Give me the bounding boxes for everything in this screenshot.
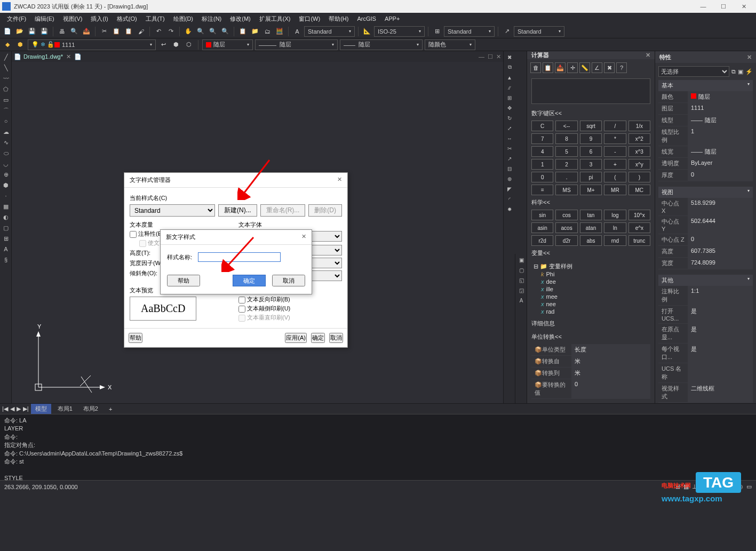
dimstyle-icon[interactable]: 📐 (362, 26, 372, 37)
ellipse-icon[interactable]: ⬭ (1, 148, 11, 158)
model-icon[interactable]: ▭ (746, 483, 752, 490)
var-item[interactable]: xdee (531, 278, 650, 285)
menu-view[interactable]: 视图(V) (59, 14, 86, 24)
calc-key-abs[interactable]: abs (580, 235, 602, 246)
line-icon[interactable]: ╱ (1, 52, 11, 62)
calc-key-MR[interactable]: MR (604, 185, 626, 195)
dlg1-cancel-button[interactable]: 取消 (329, 333, 343, 343)
move-obj-icon[interactable]: ✥ (505, 103, 514, 113)
calc-key-sqrt[interactable]: sqrt (580, 121, 602, 131)
calc-key-atan[interactable]: atan (580, 222, 602, 233)
explode-icon[interactable]: ✸ (505, 204, 514, 214)
backwards-check[interactable] (238, 297, 245, 304)
doc-max-icon[interactable]: ☐ (488, 53, 493, 60)
insert-icon[interactable]: ⊕ (1, 170, 11, 179)
tp-icon[interactable]: 🗂 (262, 26, 273, 37)
copy-icon[interactable]: 📋 (111, 26, 122, 37)
annotative-check[interactable] (130, 231, 137, 238)
numpad-header[interactable]: 数字键区<< (531, 109, 650, 117)
menu-format[interactable]: 格式(O) (113, 14, 141, 24)
textstyle-icon[interactable]: A (292, 26, 303, 37)
region-icon[interactable]: ▢ (1, 223, 11, 233)
tab-model[interactable]: 模型 (31, 404, 51, 414)
block-icon[interactable]: ⬢ (1, 180, 11, 190)
tab-new-icon[interactable]: 📄 (74, 53, 82, 60)
calc-key-8[interactable]: 8 (555, 133, 577, 144)
publish-icon[interactable]: 📤 (81, 26, 92, 37)
calc-key-acos[interactable]: acos (555, 222, 577, 233)
ellipsearc-icon[interactable]: ◡ (1, 159, 11, 169)
menu-tools[interactable]: 工具(T) (142, 14, 169, 24)
zoom-rt-icon[interactable]: 🔍 (195, 26, 206, 37)
tab-add[interactable]: + (105, 405, 116, 413)
calc-key-=[interactable]: = (531, 185, 553, 195)
tablestyle-drop[interactable]: Standard▾ (444, 26, 495, 37)
doc-tab-active[interactable]: Drawing1.dwg* (23, 53, 63, 60)
calc-key-2[interactable]: 2 (555, 159, 577, 170)
doc-close-icon[interactable]: ✕ (496, 53, 501, 60)
menu-insert[interactable]: 插入(I) (87, 14, 112, 24)
preview-icon[interactable]: 🔍 (69, 26, 79, 37)
break-icon[interactable]: ⊟ (505, 164, 514, 173)
offset-icon[interactable]: ⫽ (505, 83, 514, 92)
layer-drop[interactable]: 💡❄🔓 1111▾ (28, 39, 156, 50)
menu-arcgis[interactable]: ArcGIS (353, 14, 379, 23)
var-item[interactable]: kPhi (531, 270, 650, 278)
copy-obj-icon[interactable]: ⧉ (505, 62, 514, 72)
table-icon[interactable]: ⊞ (1, 234, 11, 243)
dlg2-close-icon[interactable]: ✕ (301, 233, 306, 241)
upside-check[interactable] (238, 306, 245, 313)
calc-key-d2r[interactable]: d2r (555, 235, 577, 246)
dlg1-close-icon[interactable]: ✕ (337, 176, 342, 184)
rect-icon[interactable]: ▭ (1, 95, 11, 105)
calc-key-C[interactable]: C (531, 121, 553, 131)
zoom-win-icon[interactable]: 🔍 (220, 26, 230, 37)
zoom-prev-icon[interactable]: 🔍 (208, 26, 218, 37)
prop-close-icon[interactable]: ✕ (747, 54, 752, 61)
back-icon[interactable]: ▢ (516, 265, 526, 275)
calc-getang-icon[interactable]: ∠ (592, 62, 602, 73)
tab-prev-icon[interactable]: ◀ (10, 405, 14, 412)
mleader-icon[interactable]: ↗ (502, 26, 512, 37)
dlg1-ok-button[interactable]: 确定 (311, 333, 325, 343)
command-line[interactable]: 命令: LA LAYER 命令: 指定对角点: 命令: C:\Users\adm… (0, 414, 756, 480)
calc-help-icon[interactable]: ? (616, 62, 627, 73)
pick-add-icon[interactable]: ⧉ (731, 68, 736, 75)
calc-key-x^y[interactable]: x^y (628, 159, 650, 170)
current-style-select[interactable]: Standard (130, 204, 215, 217)
menu-draw[interactable]: 绘图(D) (170, 14, 197, 24)
new-icon[interactable]: 📄 (2, 26, 13, 37)
front-icon[interactable]: ▣ (516, 255, 526, 265)
array-icon[interactable]: ⊞ (505, 93, 514, 102)
above-icon[interactable]: ◱ (516, 275, 526, 285)
calc-key-3[interactable]: 3 (580, 159, 602, 170)
calc-key-<--[interactable]: <-- (555, 121, 577, 131)
calc-key-0[interactable]: 0 (531, 172, 553, 182)
calc-key-pi[interactable]: pi (580, 172, 602, 182)
under-icon[interactable]: ◲ (516, 285, 526, 295)
paste-icon[interactable]: 📋 (123, 26, 134, 37)
revcloud-icon[interactable]: ☁ (1, 127, 11, 137)
save-icon[interactable]: 💾 (27, 26, 37, 37)
props-icon[interactable]: 📋 (237, 26, 248, 37)
selection-drop[interactable]: 无选择 (658, 66, 729, 77)
hatch-icon[interactable]: ▦ (1, 202, 11, 211)
join-icon[interactable]: ⊕ (505, 174, 514, 183)
linetype-drop[interactable]: ———随层▾ (255, 39, 338, 50)
menu-window[interactable]: 窗口(W) (295, 14, 324, 24)
menu-dim[interactable]: 标注(N) (198, 14, 225, 24)
tab-first-icon[interactable]: |◀ (2, 405, 8, 412)
layer-off-icon[interactable]: ⬡ (184, 39, 194, 50)
mtext-icon[interactable]: A (1, 244, 11, 254)
maximize-button[interactable]: ☐ (713, 2, 734, 12)
calc-key-10^x[interactable]: 10^x (628, 210, 650, 220)
menu-edit[interactable]: 编辑(E) (31, 14, 58, 24)
mleader-drop[interactable]: Standard▾ (514, 26, 564, 37)
tab-last-icon[interactable]: ▶| (23, 405, 29, 412)
calc-getpt-icon[interactable]: ✛ (567, 62, 578, 73)
undo-icon[interactable]: ↶ (153, 26, 164, 37)
layer-mgr-icon[interactable]: ◆ (2, 39, 13, 50)
calc-key-rnd[interactable]: rnd (604, 235, 626, 246)
mirror-icon[interactable]: ▲ (505, 73, 514, 82)
calc-hist-icon[interactable]: 📋 (543, 62, 553, 73)
